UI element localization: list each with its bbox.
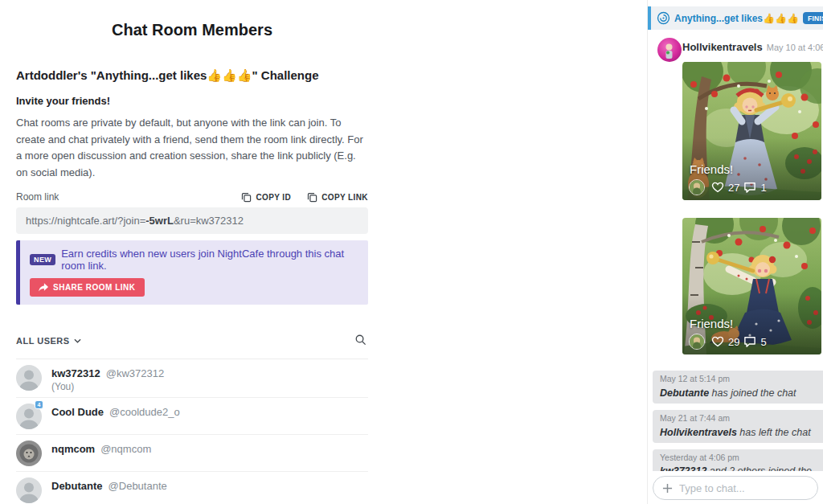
plus-icon[interactable] — [662, 483, 673, 494]
system-message-text: Hollvikentravels has left the chat — [660, 426, 816, 439]
room-link-label: Room link — [16, 191, 59, 203]
comments-icon[interactable] — [743, 182, 756, 193]
user-name: kw372312 — [51, 367, 100, 379]
chat-room-members-page: Chat Room Members Artdoddler's "Anything… — [0, 0, 647, 504]
room-description: Chat rooms are private by default, but a… — [16, 115, 368, 181]
likes-count: 29 — [728, 336, 739, 348]
all-users-label: ALL USERS — [16, 336, 70, 346]
status-badge: FINISHED — [803, 12, 823, 24]
earn-credits-text: Earn credits when new users join NightCa… — [61, 248, 358, 272]
likes-icon[interactable] — [711, 336, 724, 347]
chat-message: Hollvikentravels May 10 at 4:06 pm — [648, 38, 823, 354]
user-row-nqmcom[interactable]: nqmcom @nqmcom — [16, 435, 368, 472]
chat-room-title: Anything...get likes👍👍👍 — [674, 13, 799, 24]
system-message-text: Debutante has joined the chat — [660, 387, 816, 400]
creator-avatar[interactable] — [689, 334, 705, 350]
chat-text-input[interactable] — [679, 482, 809, 494]
chat-message-list: Hollvikentravels May 10 at 4:06 pm — [648, 30, 823, 471]
copy-icon — [307, 192, 317, 203]
chat-room-header[interactable]: Anything...get likes👍👍👍 FINISHED — [648, 6, 823, 30]
avatar — [16, 440, 42, 466]
system-message-timestamp: Yesterday at 4:06 pm — [660, 453, 816, 464]
room-link-field[interactable]: https://nightcafe.art/?join=-5wrL&ru=kw3… — [16, 207, 368, 234]
share-room-link-label: SHARE ROOM LINK — [53, 283, 136, 292]
level-badge: 4 — [35, 400, 43, 409]
creation-post-1[interactable]: Friends! 27 1 — [682, 62, 821, 200]
message-timestamp: May 10 at 4:06 pm — [767, 43, 823, 52]
page-title: Chat Room Members — [16, 0, 368, 39]
copy-link-label: COPY LINK — [321, 193, 368, 202]
comments-count: 5 — [760, 336, 766, 348]
room-link-row: Room link COPY ID COPY LINK — [16, 191, 368, 203]
user-handle: @kw372312 — [106, 367, 164, 379]
user-handle: @nqmcom — [100, 443, 151, 455]
challenge-heading: Artdoddler's "Anything...get likes👍👍👍" C… — [16, 68, 368, 83]
user-handle: @Debutante — [109, 480, 167, 492]
message-author[interactable]: Hollvikentravels — [682, 41, 763, 53]
user-list: kw372312 @kw372312 (You) 4 Cool Dude @co… — [16, 359, 368, 504]
user-handle: @cooldude2_o — [109, 406, 180, 418]
user-filter-row: ALL USERS — [16, 334, 368, 359]
avatar — [16, 365, 42, 391]
room-link-url-suffix: &ru=kw372312 — [174, 215, 244, 227]
you-note: (You) — [51, 381, 164, 392]
system-message: Yesterday at 4:06 pm kw372312 and 2 othe… — [653, 449, 823, 471]
system-message-timestamp: May 21 at 7:44 am — [660, 413, 816, 424]
image-stats: 29 5 — [689, 334, 767, 350]
share-room-link-button[interactable]: SHARE ROOM LINK — [30, 278, 145, 297]
avatar-image — [657, 38, 682, 62]
room-link-code: -5wrL — [145, 215, 174, 227]
author-avatar[interactable] — [657, 38, 682, 62]
search-icon — [354, 334, 366, 346]
lion-avatar-image — [16, 440, 42, 466]
user-row-debutante[interactable]: Debutante @Debutante — [16, 472, 368, 504]
chevron-down-icon — [74, 338, 81, 343]
avatar: 4 — [16, 404, 42, 429]
earn-credits-banner: NEW Earn credits when new users join Nig… — [16, 240, 368, 305]
chat-panel: Anything...get likes👍👍👍 FINISHED — [647, 0, 823, 504]
search-users-button[interactable] — [353, 334, 368, 348]
new-badge: NEW — [30, 254, 55, 265]
invite-friends-heading: Invite your friends! — [16, 95, 368, 107]
system-message: May 21 at 7:44 am Hollvikentravels has l… — [653, 410, 823, 443]
system-message: May 12 at 5:14 pm Debutante has joined t… — [653, 371, 823, 404]
chat-input-bar[interactable] — [653, 476, 818, 500]
copy-id-button[interactable]: COPY ID — [241, 192, 291, 203]
all-users-dropdown[interactable]: ALL USERS — [16, 336, 81, 346]
user-name: nqmcom — [51, 443, 95, 455]
creator-avatar[interactable] — [689, 179, 705, 195]
likes-icon[interactable] — [711, 182, 724, 193]
user-name: Cool Dude — [51, 406, 104, 418]
room-link-url-prefix: https://nightcafe.art/?join= — [26, 215, 145, 227]
creation-post-2[interactable]: Friends! 29 5 — [682, 218, 821, 354]
user-row-cool-dude[interactable]: 4 Cool Dude @cooldude2_o — [16, 398, 368, 435]
copy-id-label: COPY ID — [256, 193, 291, 202]
user-name: Debutante — [51, 480, 103, 492]
avatar — [16, 477, 42, 503]
image-stats: 27 1 — [689, 179, 767, 195]
share-arrow-icon — [39, 283, 48, 292]
system-message-timestamp: May 12 at 5:14 pm — [660, 374, 816, 385]
image-caption: Friends! — [690, 317, 733, 330]
user-row-kw372312[interactable]: kw372312 @kw372312 (You) — [16, 359, 368, 398]
copy-link-button[interactable]: COPY LINK — [307, 192, 368, 203]
image-caption: Friends! — [690, 162, 733, 176]
system-message-text: kw372312 and 2 others joined the chat — [660, 465, 816, 471]
copy-icon — [241, 192, 252, 203]
challenge-icon — [657, 11, 670, 25]
likes-count: 27 — [728, 182, 739, 194]
comments-icon[interactable] — [743, 336, 756, 347]
comments-count: 1 — [760, 182, 766, 194]
